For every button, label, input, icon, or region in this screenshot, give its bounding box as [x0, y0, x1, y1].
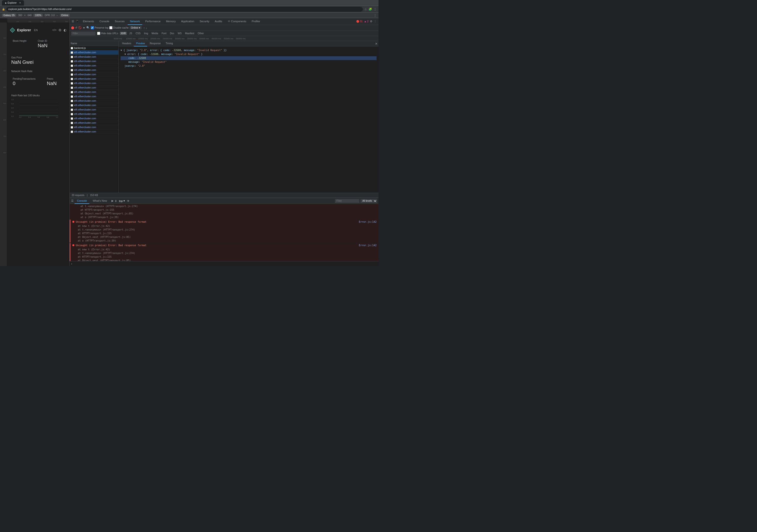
disable-cache-label[interactable]: Disable cache — [109, 26, 129, 29]
tab-performance[interactable]: Performance — [143, 18, 163, 25]
req-checkbox-12[interactable] — [71, 100, 73, 102]
request-row-12[interactable]: eth.ethercluster.com — [70, 99, 118, 103]
filter-manifest-btn[interactable]: Manifest — [184, 32, 196, 35]
request-row-15[interactable]: eth.ethercluster.com — [70, 112, 118, 116]
request-row-10[interactable]: eth.ethercluster.com — [70, 90, 118, 94]
request-row-14[interactable]: eth.ethercluster.com — [70, 107, 118, 112]
tab-sources[interactable]: Sources — [112, 18, 127, 25]
request-row-6[interactable]: eth.ethercluster.com — [70, 73, 118, 77]
req-checkbox-2[interactable] — [71, 56, 73, 58]
req-checkbox-10[interactable] — [71, 91, 73, 93]
hide-data-urls-label[interactable]: Hide data URLs — [97, 32, 118, 35]
extensions-icon[interactable]: 🧩 — [369, 8, 372, 11]
request-row-16[interactable]: eth.ethercluster.com — [70, 116, 118, 121]
star-icon[interactable]: ☆ — [364, 8, 367, 11]
filter-other-btn[interactable]: Other — [197, 32, 205, 35]
console-filter-input[interactable] — [335, 199, 359, 203]
filter-ws-btn[interactable]: WS — [177, 32, 183, 35]
tab-console[interactable]: Console — [97, 18, 112, 25]
theme-icon[interactable]: ◐ — [64, 28, 67, 32]
req-checkbox-6[interactable] — [71, 74, 73, 76]
filter-js-btn[interactable]: JS — [128, 32, 133, 35]
error-link-1[interactable]: Error.js:142 — [359, 220, 377, 224]
preview-tab-timing[interactable]: Timing — [163, 41, 175, 46]
req-checkbox-14[interactable] — [71, 108, 73, 111]
filter-xhr-btn[interactable]: XHR — [120, 32, 127, 35]
request-row-18[interactable]: eth.ethercluster.com — [70, 125, 118, 130]
browser-tab[interactable]: ◈ Explorer ✕ — [2, 0, 24, 6]
tab-memory[interactable]: Memory — [164, 18, 178, 25]
devtools-device-icon[interactable]: 📱 — [76, 20, 79, 23]
request-row-17[interactable]: eth.ethercluster.com — [70, 121, 118, 125]
network-condition-selector[interactable]: Online ▾ — [130, 26, 141, 29]
req-checkbox-7[interactable] — [71, 78, 73, 80]
filter-media-btn[interactable]: Media — [151, 32, 159, 35]
filter-font-btn[interactable]: Font — [161, 32, 167, 35]
settings-icon[interactable]: ⚙ — [58, 28, 62, 32]
preview-tab-response[interactable]: Response — [147, 41, 163, 46]
preserve-log-checkbox[interactable] — [91, 26, 94, 29]
request-row-19[interactable]: eth.ethercluster.com — [70, 130, 118, 134]
req-checkbox-3[interactable] — [71, 60, 73, 63]
console-eye-icon[interactable]: 👁 — [127, 199, 130, 202]
request-row-2[interactable]: eth.ethercluster.com — [70, 55, 118, 59]
disable-cache-checkbox[interactable] — [109, 26, 112, 29]
preview-close-button[interactable]: ✕ — [375, 42, 378, 45]
tab-profiler[interactable]: Profiler — [249, 18, 262, 25]
req-checkbox-4[interactable] — [71, 65, 73, 67]
request-row-8[interactable]: eth.ethercluster.com — [70, 81, 118, 86]
reload-icon[interactable]: ↺ — [75, 26, 77, 29]
req-checkbox-11[interactable] — [71, 95, 73, 98]
preview-tab-preview[interactable]: Preview — [134, 41, 147, 46]
json-expand-error[interactable]: ▼ — [124, 53, 126, 55]
tab-network[interactable]: Network — [128, 18, 142, 25]
console-level-select[interactable]: All levels — [360, 199, 377, 203]
console-execute-icon[interactable]: ▶ — [111, 199, 113, 202]
url-bar[interactable]: explorer.jade.builders/?rpcUrl=https://e… — [6, 7, 363, 12]
preserve-log-label[interactable]: Preserve log — [91, 26, 108, 29]
request-row-3[interactable]: eth.ethercluster.com — [70, 59, 118, 64]
export-icon[interactable]: ↓ — [146, 26, 147, 29]
filter-img-btn[interactable]: Img — [143, 32, 149, 35]
tab-application[interactable]: Application — [179, 18, 197, 25]
console-tab-console[interactable]: Console — [75, 198, 89, 204]
req-checkbox-15[interactable] — [71, 113, 73, 115]
error-link-2[interactable]: Error.js:142 — [359, 244, 377, 247]
search-icon[interactable]: 🔍 — [86, 26, 90, 29]
request-row-13[interactable]: eth.ethercluster.com — [70, 103, 118, 107]
devtools-settings-icon[interactable]: ⚙ — [370, 20, 372, 23]
filter-input[interactable] — [71, 32, 96, 36]
filter-doc-btn[interactable]: Doc — [169, 32, 175, 35]
import-icon[interactable]: ↑ — [143, 26, 145, 29]
tab-elements[interactable]: Elements — [80, 18, 97, 25]
req-checkbox-9[interactable] — [71, 87, 73, 89]
req-checkbox-0[interactable] — [71, 47, 73, 49]
json-expand-root[interactable]: ▼ — [121, 49, 122, 52]
req-checkbox-19[interactable] — [71, 131, 73, 133]
preview-tab-headers[interactable]: Headers — [120, 41, 134, 46]
tab-close-button[interactable]: ✕ — [19, 1, 21, 4]
console-stop-icon[interactable]: ⏸ — [114, 199, 117, 202]
network-throttle[interactable]: Online — [60, 14, 70, 17]
filter-css-btn[interactable]: CSS — [135, 32, 141, 35]
request-row-7[interactable]: eth.ethercluster.com — [70, 77, 118, 81]
devtools-hamburger[interactable]: ☰ — [72, 20, 74, 23]
req-checkbox-17[interactable] — [71, 122, 73, 124]
request-row-9[interactable]: eth.ethercluster.com — [70, 86, 118, 90]
clear-icon[interactable]: 🚫 — [78, 26, 82, 29]
req-checkbox-16[interactable] — [71, 117, 73, 120]
req-checkbox-5[interactable] — [71, 69, 73, 72]
console-menu-icon[interactable]: ☰ — [71, 199, 74, 202]
request-row-1[interactable]: eth.ethercluster.com — [70, 50, 118, 55]
request-row-0[interactable]: backend.js — [70, 46, 118, 50]
code-icon[interactable]: </> — [52, 28, 56, 32]
zoom-selector[interactable]: 100% — [34, 14, 43, 17]
tab-components[interactable]: ⚛ Components — [225, 18, 249, 25]
tab-audits[interactable]: Audits — [212, 18, 225, 25]
filter-icon[interactable]: ▼ — [83, 26, 85, 29]
req-checkbox-8[interactable] — [71, 82, 73, 85]
hide-data-urls-checkbox[interactable] — [97, 32, 100, 35]
req-checkbox-13[interactable] — [71, 104, 73, 106]
req-checkbox-18[interactable] — [71, 126, 73, 129]
menu-icon[interactable]: ⋮ — [374, 8, 377, 11]
